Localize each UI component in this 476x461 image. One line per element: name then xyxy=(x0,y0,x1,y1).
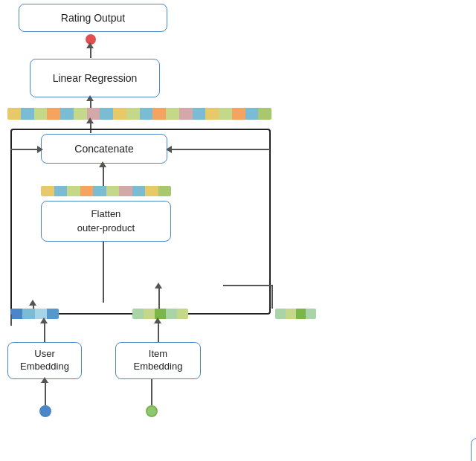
item-id-left-dot xyxy=(146,405,158,417)
arrow-right-to-concat xyxy=(167,149,270,150)
arrowhead-iel xyxy=(154,317,161,323)
arrows-svg xyxy=(151,379,476,461)
arrowhead-2 xyxy=(86,95,94,101)
arrowhead-uid xyxy=(41,377,48,383)
rating-output-label: Rating Output xyxy=(61,11,125,25)
arrowhead-4 xyxy=(99,161,106,167)
arrow-iid-left-up: User ID Item ID xyxy=(151,379,152,405)
arrow-uid-up xyxy=(45,379,46,405)
colorbar-item-right xyxy=(275,309,316,319)
flatten-box: Flattenouter-product xyxy=(41,201,171,242)
item-embedding-left-label: ItemEmbedding xyxy=(134,348,183,373)
colorbar-flatten xyxy=(41,186,171,196)
linear-regression-box: Linear Regression xyxy=(30,59,160,97)
flatten-label: Flattenouter-product xyxy=(77,207,135,234)
arrowhead-3 xyxy=(86,117,94,123)
arrow-outer-down-left xyxy=(10,315,12,326)
arrowhead-user xyxy=(29,300,36,306)
colorbar-wide xyxy=(7,108,271,120)
arrowhead-right-1 xyxy=(37,146,43,153)
user-embedding-label: UserEmbedding xyxy=(20,348,69,373)
arrow-flatten-down xyxy=(103,242,104,303)
arrowhead-right-2 xyxy=(166,146,172,153)
rating-output-box: Rating Output xyxy=(19,4,167,32)
concatenate-box: Concatenate xyxy=(41,134,167,164)
dot-product-box: Dot Product xyxy=(471,438,476,461)
arrowhead-item-l xyxy=(155,283,162,288)
arrow-item-right-up1 xyxy=(271,285,273,309)
arrowhead-1 xyxy=(86,42,94,48)
colorbar-user xyxy=(10,309,59,319)
item-embedding-left-box: ItemEmbedding xyxy=(115,342,201,379)
user-id-dot xyxy=(39,405,51,417)
arrow-left-to-concat xyxy=(10,149,41,150)
arrow-item-right-diag xyxy=(223,285,271,286)
diagram: Rating Output Linear Regression xyxy=(0,0,476,461)
arrowhead-ue xyxy=(40,317,48,323)
linear-regression-label: Linear Regression xyxy=(53,71,138,85)
concatenate-label: Concatenate xyxy=(74,142,133,155)
user-embedding-box: UserEmbedding xyxy=(7,342,82,379)
